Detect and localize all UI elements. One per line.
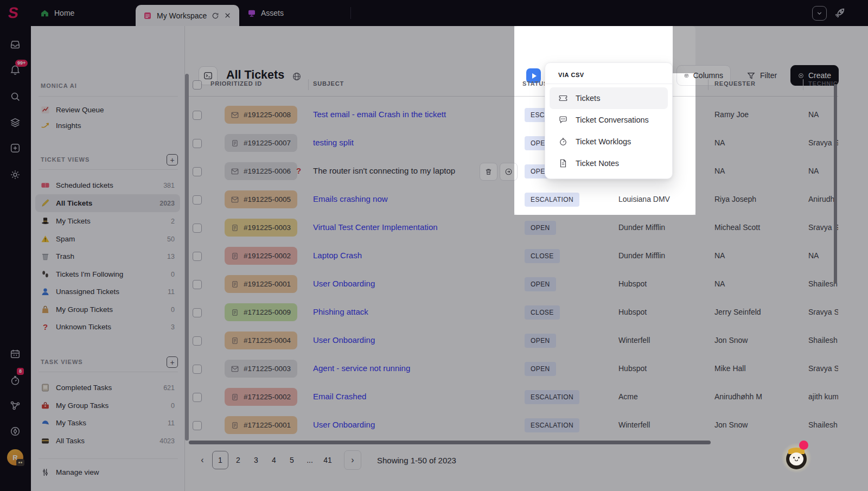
menu-item-label: Ticket Worklogs xyxy=(576,137,631,146)
menu-item-ticket-worklogs[interactable]: Ticket Worklogs xyxy=(550,131,668,152)
menu-item-label: Ticket Notes xyxy=(576,159,619,168)
ticket-icon xyxy=(558,93,568,103)
note-icon xyxy=(558,158,568,168)
mascot-eye xyxy=(793,457,795,458)
stopwatch-icon xyxy=(558,137,568,146)
assistant-launcher[interactable] xyxy=(781,443,812,473)
status-badge: ESCALATION xyxy=(525,193,579,207)
mascot-eye xyxy=(798,457,800,458)
menu-item-ticket-notes[interactable]: Ticket Notes xyxy=(550,152,668,174)
app-root: S Home My Workspace Assets 99+ xyxy=(0,0,868,491)
menu-item-label: Tickets xyxy=(576,94,600,103)
mascot-face xyxy=(789,452,803,466)
dim-overlay xyxy=(0,0,868,26)
company-cell: Louisiana DMV xyxy=(618,195,670,203)
dim-overlay xyxy=(0,26,514,491)
dim-overlay xyxy=(673,26,695,73)
menu-item-tickets[interactable]: Tickets xyxy=(550,87,668,109)
dim-overlay xyxy=(514,215,695,491)
menu-item-label: Ticket Conversations xyxy=(576,116,649,124)
notification-dot xyxy=(799,441,808,450)
dim-overlay xyxy=(695,26,868,491)
chat-icon xyxy=(558,115,568,125)
menu-item-ticket-conversations[interactable]: Ticket Conversations xyxy=(550,109,668,131)
import-menu: VIA CSV Tickets Ticket Conversations Tic… xyxy=(545,62,673,179)
menu-section-label: VIA CSV xyxy=(550,67,668,84)
divider xyxy=(545,84,672,84)
